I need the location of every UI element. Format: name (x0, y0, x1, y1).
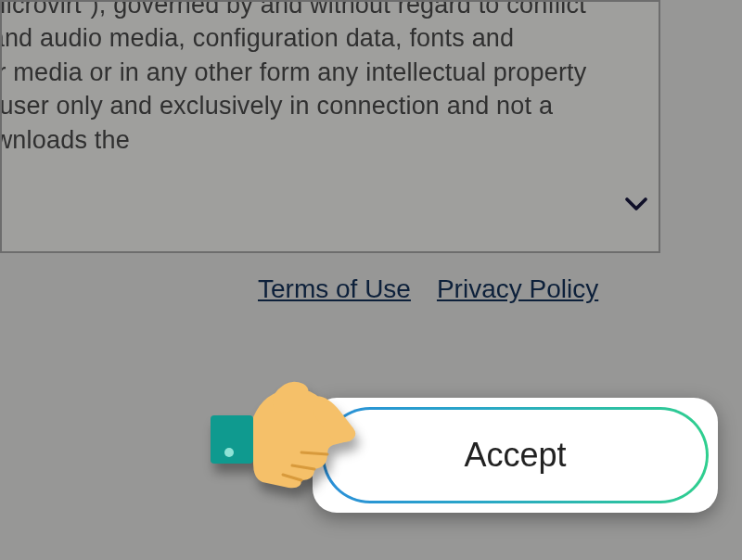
eula-scroll-box[interactable]: Microvirt Co., Ltd. ("Microvirt"), gover… (0, 0, 660, 253)
accept-button-label: Accept (464, 436, 566, 475)
chevron-down-icon[interactable] (620, 187, 653, 221)
svg-point-1 (224, 448, 234, 457)
eula-body-text: Microvirt Co., Ltd. ("Microvirt"), gover… (0, 0, 612, 157)
pointing-hand-icon (209, 343, 366, 501)
svg-rect-0 (211, 415, 253, 464)
accept-button-highlight: Accept (313, 398, 718, 513)
terms-of-use-link[interactable]: Terms of Use (258, 274, 411, 304)
privacy-policy-link[interactable]: Privacy Policy (437, 274, 598, 304)
accept-button[interactable]: Accept (322, 407, 709, 503)
continue-hint: Click "Accept" to continue. Learn more. (0, 269, 167, 339)
